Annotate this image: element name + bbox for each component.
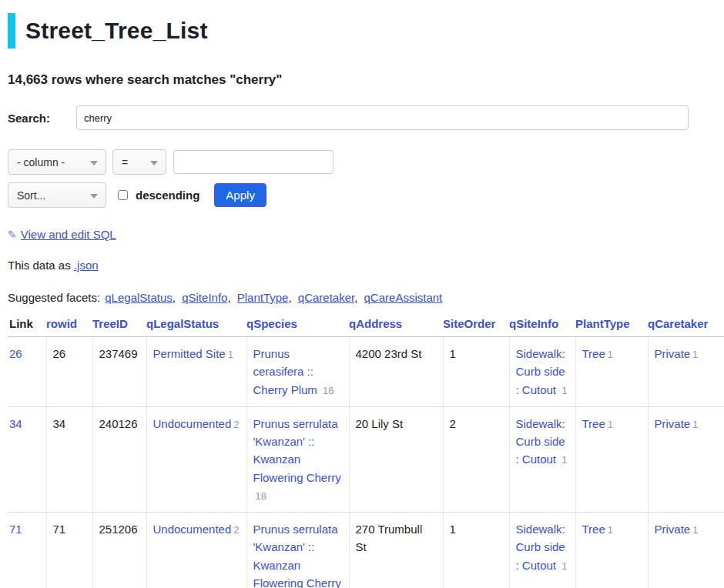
- cell-treeid: 251206: [92, 513, 146, 588]
- facet-link-qcareassistant[interactable]: qCareAssistant: [364, 291, 443, 304]
- json-link[interactable]: .json: [74, 259, 99, 272]
- suggested-facets-row: Suggested facets: qLegalStatus, qSiteInf…: [8, 291, 724, 304]
- cell-caretaker: Private1: [648, 337, 724, 407]
- col-header-qlegalstatus: qLegalStatus: [146, 317, 246, 337]
- table-header-row: Link rowid TreeID qLegalStatus qSpecies …: [8, 317, 724, 337]
- facet-count: 18: [256, 490, 266, 502]
- row-link[interactable]: 71: [9, 523, 22, 536]
- sort-select[interactable]: Sort...: [8, 182, 106, 208]
- facet-count: 1: [692, 524, 698, 536]
- page-header: Street_Tree_List: [8, 13, 724, 48]
- descending-label: descending: [136, 189, 199, 202]
- apply-button[interactable]: Apply: [214, 183, 266, 207]
- col-header-siteorder: SiteOrder: [443, 317, 509, 337]
- facet-count: 1: [228, 349, 233, 360]
- facet-count: 1: [561, 454, 567, 466]
- facets-prefix: Suggested facets:: [8, 291, 100, 304]
- filter-panel: - column - = Sort... descending Apply: [8, 149, 724, 208]
- search-input[interactable]: [76, 105, 689, 130]
- cell-species: Prunus serrulata 'Kwanzan' :: Kwanzan Fl…: [246, 513, 349, 588]
- table-row: 26 26 237469 Permitted Site1 Prunus cera…: [8, 337, 724, 407]
- pencil-icon: ✎: [8, 229, 17, 241]
- cell-site-order: 1: [443, 337, 509, 407]
- col-header-link: Link: [8, 317, 46, 337]
- cell-caretaker: Private1: [648, 513, 724, 588]
- facet-count: 1: [608, 349, 613, 360]
- cell-address: 4200 23rd St: [349, 337, 443, 407]
- chevron-down-icon: [90, 161, 98, 165]
- facet-link-qsiteinfo[interactable]: qSiteInfo: [182, 291, 227, 304]
- data-as-row: This data as .json: [8, 259, 724, 272]
- chevron-down-icon: [150, 161, 158, 165]
- view-edit-sql-link[interactable]: View and edit SQL: [21, 228, 116, 241]
- cell-address: 270 Trumbull St: [349, 513, 443, 588]
- filter-row: - column - =: [8, 149, 724, 175]
- cell-legal-status: Undocumented2: [146, 406, 246, 512]
- cell-legal-status: Permitted Site1: [146, 337, 246, 407]
- column-select[interactable]: - column -: [8, 149, 106, 175]
- row-link[interactable]: 26: [9, 347, 22, 360]
- cell-site-info: Sidewalk: Curb side : Cutout 1: [509, 513, 575, 588]
- cell-site-info: Sidewalk: Curb side : Cutout 1: [509, 406, 575, 512]
- col-header-qaddress: qAddress: [349, 317, 443, 337]
- operator-select-value: =: [122, 156, 128, 169]
- table-row: 34 34 240126 Undocumented2 Prunus serrul…: [8, 406, 724, 512]
- facet-count: 2: [233, 524, 239, 536]
- facet-count: 1: [561, 385, 567, 396]
- cell-rowid: 71: [46, 513, 92, 588]
- row-link[interactable]: 34: [9, 417, 22, 430]
- col-header-qspecies: qSpecies: [246, 317, 349, 337]
- col-header-qcaretaker: qCaretaker: [648, 317, 724, 337]
- sort-row: Sort... descending Apply: [8, 182, 724, 208]
- cell-species: Prunus serrulata 'Kwanzan' :: Kwanzan Fl…: [246, 406, 349, 512]
- page: Street_Tree_List 14,663 rows where searc…: [0, 13, 724, 588]
- cell-plant-type: Tree1: [575, 513, 648, 588]
- facet-count: 1: [608, 419, 613, 430]
- cell-site-info: Sidewalk: Curb side : Cutout 1: [509, 337, 575, 407]
- cell-species: Prunus cerasifera :: Cherry Plum 16: [246, 337, 349, 407]
- cell-plant-type: Tree1: [575, 406, 648, 512]
- column-select-value: - column -: [17, 156, 65, 169]
- cell-rowid: 26: [46, 337, 92, 407]
- facet-count: 16: [323, 385, 334, 396]
- operator-select[interactable]: =: [112, 149, 166, 175]
- search-form: Search:: [8, 105, 724, 130]
- cell-site-order: 2: [443, 406, 509, 512]
- row-count-summary: 14,663 rows where search matches "cherry…: [8, 72, 724, 88]
- cell-treeid: 237469: [92, 337, 146, 407]
- facet-count: 1: [608, 524, 613, 536]
- col-header-treeid: TreeID: [92, 317, 146, 337]
- facet-count: 1: [561, 560, 567, 572]
- accent-bar: [8, 13, 15, 48]
- cell-caretaker: Private1: [648, 406, 724, 512]
- facet-link-planttype[interactable]: PlantType: [237, 291, 289, 304]
- descending-checkbox[interactable]: [118, 190, 128, 200]
- facet-count: 2: [233, 419, 239, 430]
- cell-rowid: 34: [46, 406, 92, 512]
- col-header-qsiteinfo: qSiteInfo: [509, 317, 575, 337]
- results-table: Link rowid TreeID qLegalStatus qSpecies …: [8, 317, 724, 588]
- filter-value-input[interactable]: [173, 150, 334, 174]
- col-header-rowid: rowid: [46, 317, 92, 337]
- page-title: Street_Tree_List: [25, 13, 208, 48]
- facet-count: 1: [692, 349, 698, 360]
- chevron-down-icon: [90, 194, 98, 199]
- search-label: Search:: [8, 112, 76, 125]
- cell-site-order: 1: [443, 513, 509, 588]
- cell-address: 20 Lily St: [349, 406, 443, 512]
- cell-treeid: 240126: [92, 406, 146, 512]
- sql-link-row: ✎View and edit SQL: [8, 228, 724, 241]
- cell-legal-status: Undocumented2: [146, 513, 246, 588]
- facet-link-qlegalstatus[interactable]: qLegalStatus: [105, 291, 173, 304]
- facet-count: 1: [692, 419, 698, 430]
- table-row: 71 71 251206 Undocumented2 Prunus serrul…: [8, 513, 724, 588]
- col-header-planttype: PlantType: [575, 317, 648, 337]
- facet-link-qcaretaker[interactable]: qCaretaker: [298, 291, 354, 304]
- cell-plant-type: Tree1: [575, 337, 648, 407]
- sort-select-value: Sort...: [17, 189, 45, 202]
- data-as-prefix: This data as: [8, 259, 71, 272]
